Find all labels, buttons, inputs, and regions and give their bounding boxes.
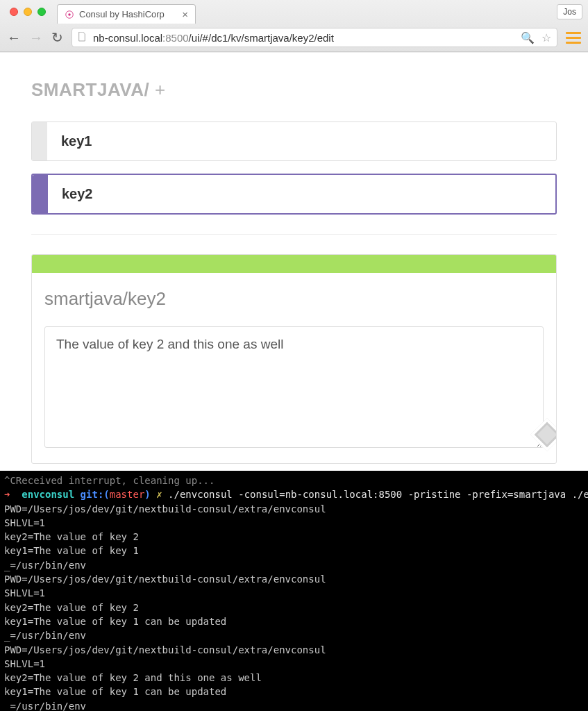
prompt-git-close: )	[144, 489, 150, 500]
kv-item-stripe	[32, 122, 47, 160]
terminal-output-line: key2=The value of key 2 and this one as …	[4, 672, 262, 683]
menu-button[interactable]	[566, 32, 581, 44]
terminal-output-line: PWD=/Users/jos/dev/git/nextbuild-consul/…	[4, 503, 326, 515]
terminal-output-line: _=/usr/bin/env	[4, 701, 86, 711]
breadcrumb-path[interactable]: SMARTJAVA/	[31, 79, 155, 100]
breadcrumb: SMARTJAVA/ +	[31, 79, 557, 101]
terminal-interrupt-line: ^CReceived interrupt, cleaning up...	[4, 475, 215, 486]
page-icon	[78, 32, 87, 43]
prompt-branch: master	[110, 489, 145, 500]
kv-item-label: key2	[48, 175, 107, 213]
forward-button[interactable]: →	[29, 31, 43, 44]
url-bar[interactable]: nb-consul.local:8500/ui/#/dc1/kv/smartja…	[72, 28, 557, 47]
editor-key-path: smartjava/key2	[32, 273, 556, 314]
terminal-command: ./envconsul -consul=nb-consul.local:8500…	[168, 489, 588, 500]
prompt-dir: envconsul	[22, 489, 74, 500]
tab-close-icon[interactable]: ×	[182, 9, 188, 19]
terminal-output-line: key2=The value of key 2	[4, 531, 139, 542]
terminal-output-line: _=/usr/bin/env	[4, 630, 86, 641]
terminal-output-line: PWD=/Users/jos/dev/git/nextbuild-consul/…	[4, 574, 326, 585]
minimize-window-button[interactable]	[24, 8, 32, 16]
maximize-window-button[interactable]	[37, 8, 46, 16]
terminal[interactable]: ^CReceived interrupt, cleaning up... ➜ e…	[0, 471, 588, 711]
bookmark-icon[interactable]: ☆	[541, 31, 551, 44]
prompt-dirty-icon: ✗	[156, 489, 162, 500]
tab-bar: Consul by HashiCorp × Jos	[0, 0, 588, 24]
prompt-arrow-icon: ➜	[4, 489, 10, 500]
user-profile-badge[interactable]: Jos	[557, 4, 582, 19]
terminal-output-line: key2=The value of key 2	[4, 602, 139, 613]
kv-item-key2[interactable]: key2	[31, 174, 557, 215]
kv-item-key1[interactable]: key1	[31, 122, 557, 161]
value-textarea[interactable]	[44, 326, 544, 448]
editor-body	[32, 314, 556, 463]
tab-title: Consul by HashiCorp	[79, 9, 165, 19]
url-port: :8500	[162, 32, 189, 44]
kv-editor: smartjava/key2	[31, 254, 557, 464]
add-key-button[interactable]: +	[155, 79, 166, 100]
back-button[interactable]: ←	[7, 31, 21, 44]
terminal-output-line: SHLVL=1	[4, 658, 45, 669]
svg-point-1	[68, 13, 71, 16]
kv-list: key1 key2	[31, 122, 557, 235]
kv-item-label: key1	[47, 122, 106, 160]
window-controls	[6, 8, 57, 16]
editor-status-bar	[32, 255, 556, 273]
terminal-output-line: _=/usr/bin/env	[4, 560, 86, 571]
prompt-git-open: git:(	[81, 489, 110, 500]
terminal-output-line: PWD=/Users/jos/dev/git/nextbuild-consul/…	[4, 644, 326, 655]
terminal-output-line: key1=The value of key 1 can be updated	[4, 616, 226, 627]
reload-button[interactable]: ↻	[51, 31, 63, 44]
consul-page: SMARTJAVA/ + key1 key2 smartjava/key2	[0, 52, 588, 471]
browser-chrome: Consul by HashiCorp × Jos ← → ↻ nb-consu…	[0, 0, 588, 52]
kv-item-stripe	[33, 175, 48, 213]
terminal-output-line: key1=The value of key 1 can be updated	[4, 686, 226, 697]
browser-tab[interactable]: Consul by HashiCorp ×	[57, 4, 196, 24]
terminal-output-line: SHLVL=1	[4, 517, 45, 528]
nav-bar: ← → ↻ nb-consul.local:8500/ui/#/dc1/kv/s…	[0, 24, 588, 51]
close-window-button[interactable]	[10, 8, 18, 16]
zoom-icon[interactable]: 🔍	[521, 31, 535, 44]
url-actions: 🔍 ☆	[521, 31, 551, 44]
terminal-output-line: SHLVL=1	[4, 587, 45, 599]
url-host: nb-consul.local	[93, 32, 162, 44]
terminal-output-line: key1=The value of key 1	[4, 545, 139, 556]
tab-favicon-icon	[65, 10, 74, 19]
url-path: /ui/#/dc1/kv/smartjava/key2/edit	[189, 32, 334, 44]
